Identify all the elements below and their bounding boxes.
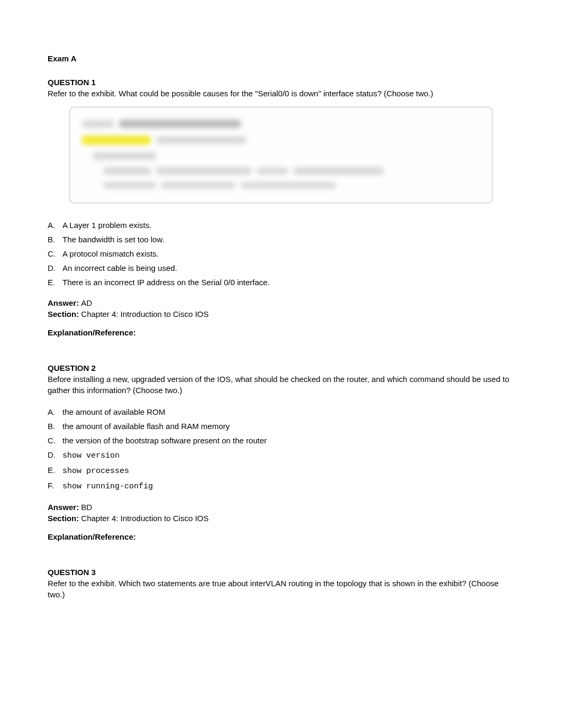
question-2-explain-label: Explanation/Reference: [48, 531, 514, 542]
option-row: C.the version of the bootstrap software … [48, 435, 514, 446]
exhibit-blur-line [82, 120, 114, 128]
exhibit-blur-line [294, 167, 384, 175]
question-2-answer-block: Answer: BD Section: Chapter 4: Introduct… [48, 502, 514, 524]
option-row: B.The bandwidth is set too low. [48, 234, 514, 245]
question-1-text: Refer to the exhibit. What could be poss… [48, 88, 514, 99]
exhibit-blur-line [241, 182, 336, 188]
option-row: E.There is an incorrect IP address on th… [48, 277, 514, 288]
option-row: B.the amount of available flash and RAM … [48, 421, 514, 432]
option-text: A protocol mismatch exists. [62, 248, 159, 259]
option-letter: F. [48, 480, 62, 491]
option-text: show running-config [62, 481, 153, 492]
option-text: A Layer 1 problem exists. [62, 220, 151, 231]
question-1-exhibit [69, 106, 493, 204]
exhibit-blur-line [103, 167, 151, 175]
option-letter: D. [48, 449, 62, 460]
exhibit-blur-line [257, 168, 288, 174]
answer-label: Answer: [48, 503, 81, 512]
question-1-answer-block: Answer: AD Section: Chapter 4: Introduct… [48, 297, 514, 320]
exhibit-highlight [82, 135, 151, 145]
option-row: F.show running-config [48, 480, 514, 492]
option-letter: E. [48, 277, 62, 288]
option-row: C.A protocol mismatch exists. [48, 248, 514, 259]
option-letter: A. [48, 406, 62, 417]
exhibit-blur-line [93, 152, 156, 160]
option-text: show processes [62, 466, 129, 477]
exhibit-blur-line [156, 136, 246, 144]
option-text: the amount of available ROM [62, 406, 165, 417]
option-letter: C. [48, 248, 62, 259]
exhibit-blur-line [156, 167, 251, 175]
question-3-text: Refer to the exhibit. Which two statemen… [48, 578, 514, 600]
option-letter: D. [48, 262, 62, 274]
option-row: D.An incorrect cable is being used. [48, 262, 514, 274]
question-1-options: A.A Layer 1 problem exists. B.The bandwi… [48, 220, 514, 288]
option-letter: E. [48, 465, 62, 476]
exam-title: Exam A [48, 53, 514, 64]
option-letter: B. [48, 234, 62, 245]
option-text: the version of the bootstrap software pr… [62, 435, 267, 446]
answer-value: AD [81, 298, 92, 307]
option-letter: A. [48, 220, 62, 231]
exhibit-blur-line [103, 182, 156, 188]
section-value: Chapter 4: Introduction to Cisco IOS [81, 514, 209, 523]
question-1-explain-label: Explanation/Reference: [48, 327, 514, 338]
question-3-title: QUESTION 3 [48, 567, 514, 578]
option-text: There is an incorrect IP address on the … [62, 277, 270, 288]
question-1-title: QUESTION 1 [48, 77, 514, 88]
section-label: Section: [48, 310, 81, 319]
option-row: E.show processes [48, 465, 514, 477]
question-2-title: QUESTION 2 [48, 362, 514, 374]
option-text: The bandwidth is set too low. [62, 234, 165, 245]
option-row: A.the amount of available ROM [48, 406, 514, 417]
option-letter: B. [48, 421, 62, 432]
question-2-text: Before installing a new, upgraded versio… [48, 374, 514, 396]
option-text: show version [62, 450, 120, 461]
exhibit-blur-line [119, 120, 241, 128]
option-text: the amount of available flash and RAM me… [62, 421, 230, 432]
exhibit-blur-line [161, 182, 235, 188]
option-text: An incorrect cable is being used. [62, 262, 177, 274]
section-label: Section: [48, 514, 81, 523]
option-row: D.show version [48, 449, 514, 461]
answer-label: Answer: [48, 298, 81, 307]
answer-value: BD [81, 503, 92, 512]
option-letter: C. [48, 435, 62, 446]
section-value: Chapter 4: Introduction to Cisco IOS [81, 310, 209, 319]
option-row: A.A Layer 1 problem exists. [48, 220, 514, 231]
question-2-options: A.the amount of available ROM B.the amou… [48, 406, 514, 492]
